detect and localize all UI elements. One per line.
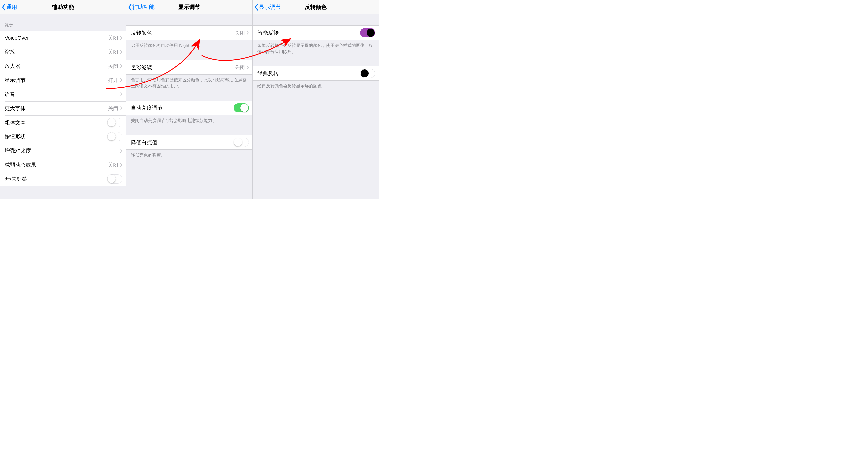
row-label: 按钮形状 [4, 133, 107, 140]
row-value: 打开 [108, 77, 118, 84]
filter-footer: 色盲用户可使用色彩滤镜来区分颜色，此功能还可帮助在屏幕上阅读文本有困难的用户。 [126, 74, 252, 93]
row-label: 开/关标签 [4, 176, 107, 182]
back-label: 辅助功能 [132, 3, 155, 11]
row-label: VoiceOver [4, 35, 108, 41]
row-label: 缩放 [4, 49, 108, 56]
row-reduce-white-point[interactable]: 降低白点值 [126, 135, 252, 150]
row-value: 关闭 [235, 30, 245, 36]
row-value: 关闭 [108, 161, 118, 169]
back-button[interactable]: 通用 [0, 3, 17, 11]
smart-invert-switch[interactable] [360, 28, 375, 37]
row-reduce-motion[interactable]: 减弱动态效果 关闭 [0, 158, 126, 172]
back-button[interactable]: 辅助功能 [126, 3, 155, 11]
row-label: 反转颜色 [131, 29, 235, 36]
classic-invert-group: 经典反转 [253, 66, 379, 81]
chevron-right-icon [120, 92, 122, 96]
back-label: 显示调节 [259, 3, 281, 11]
display-accommodations-panel: 辅助功能 显示调节 反转颜色 关闭 启用反转颜色将自动停用 Night Shif… [126, 0, 252, 199]
row-label: 减弱动态效果 [4, 161, 108, 169]
row-larger-text[interactable]: 更大字体 关闭 [0, 101, 126, 116]
smart-invert-footer: 智能反转颜色会反转显示屏的颜色，使用深色样式的图像、媒体和部分应用除外。 [253, 40, 379, 59]
row-value: 关闭 [108, 105, 118, 112]
row-on-off-labels[interactable]: 开/关标签 [0, 172, 126, 186]
whitepoint-group: 降低白点值 [126, 135, 252, 150]
section-header-vision: 视觉 [0, 14, 126, 30]
row-smart-invert[interactable]: 智能反转 [253, 26, 379, 40]
row-voiceover[interactable]: VoiceOver 关闭 [0, 31, 126, 45]
back-button[interactable]: 显示调节 [253, 3, 281, 11]
row-speech[interactable]: 语音 [0, 87, 126, 101]
row-label: 更大字体 [4, 105, 108, 112]
chevron-right-icon [120, 106, 122, 111]
row-label: 粗体文本 [4, 119, 107, 126]
chevron-right-icon [120, 64, 122, 68]
vision-group: VoiceOver 关闭 缩放 关闭 放大器 关闭 显示调节 打开 语音 更大字… [0, 30, 126, 186]
classic-invert-footer: 经典反转颜色会反转显示屏的颜色。 [253, 81, 379, 93]
whitepoint-footer: 降低亮色的强度。 [126, 150, 252, 162]
row-label: 增强对比度 [4, 147, 118, 154]
row-button-shapes[interactable]: 按钮形状 [0, 129, 126, 144]
page-title: 辅助功能 [0, 3, 126, 11]
row-bold-text[interactable]: 粗体文本 [0, 116, 126, 129]
chevron-right-icon [120, 50, 122, 54]
row-classic-invert[interactable]: 经典反转 [253, 66, 379, 81]
chevron-right-icon [120, 35, 122, 40]
filter-group: 色彩滤镜 关闭 [126, 60, 252, 74]
auto-brightness-footer: 关闭自动亮度调节可能会影响电池续航能力。 [126, 115, 252, 127]
chevron-left-icon [128, 3, 132, 11]
smart-invert-group: 智能反转 [253, 26, 379, 40]
row-value: 关闭 [235, 64, 245, 70]
chevron-right-icon [120, 78, 122, 83]
chevron-left-icon [1, 3, 6, 11]
button-shapes-switch[interactable] [107, 132, 122, 141]
navbar: 辅助功能 显示调节 [126, 0, 252, 14]
chevron-right-icon [246, 30, 249, 35]
row-color-filters[interactable]: 色彩滤镜 关闭 [126, 60, 252, 74]
row-label: 智能反转 [257, 29, 360, 36]
bold-text-switch[interactable] [107, 118, 122, 127]
row-label: 经典反转 [257, 70, 360, 77]
accessibility-panel: 通用 辅助功能 视觉 VoiceOver 关闭 缩放 关闭 放大器 关闭 显示调… [0, 0, 126, 199]
row-label: 语音 [4, 91, 118, 98]
row-label: 自动亮度调节 [131, 104, 234, 112]
row-value: 关闭 [108, 63, 118, 69]
reduce-white-point-switch[interactable] [234, 138, 249, 147]
row-value: 关闭 [108, 49, 118, 56]
on-off-labels-switch[interactable] [107, 175, 122, 183]
navbar: 显示调节 反转颜色 [253, 0, 379, 14]
row-label: 色彩滤镜 [131, 64, 235, 71]
row-display-accommodations[interactable]: 显示调节 打开 [0, 73, 126, 87]
auto-brightness-switch[interactable] [234, 103, 249, 113]
row-zoom[interactable]: 缩放 关闭 [0, 45, 126, 59]
row-increase-contrast[interactable]: 增强对比度 [0, 144, 126, 158]
row-value: 关闭 [108, 34, 118, 41]
chevron-right-icon [120, 149, 122, 153]
chevron-right-icon [120, 162, 122, 167]
row-invert-colors[interactable]: 反转颜色 关闭 [126, 26, 252, 40]
row-magnifier[interactable]: 放大器 关闭 [0, 59, 126, 73]
invert-footer: 启用反转颜色将自动停用 Night Shift。 [126, 40, 252, 53]
invert-colors-panel: 显示调节 反转颜色 智能反转 智能反转颜色会反转显示屏的颜色，使用深色样式的图像… [252, 0, 379, 199]
navbar: 通用 辅助功能 [0, 0, 126, 14]
row-label: 显示调节 [4, 77, 108, 84]
row-label: 放大器 [4, 62, 108, 69]
row-label: 降低白点值 [131, 139, 234, 146]
chevron-right-icon [246, 65, 249, 69]
classic-invert-switch[interactable] [360, 69, 375, 78]
row-auto-brightness[interactable]: 自动亮度调节 [126, 101, 252, 115]
invert-group: 反转颜色 关闭 [126, 26, 252, 40]
chevron-left-icon [254, 3, 259, 11]
auto-brightness-group: 自动亮度调节 [126, 100, 252, 115]
back-label: 通用 [6, 3, 17, 11]
